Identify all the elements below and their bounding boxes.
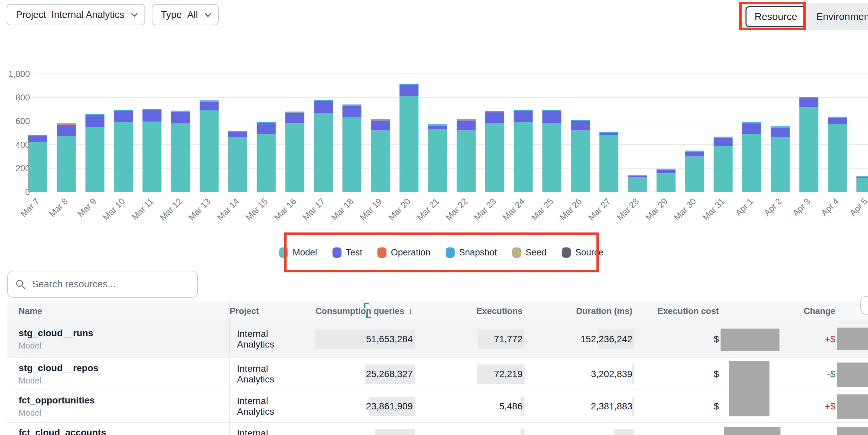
legend-label: Model — [292, 247, 317, 258]
resource-type: Model — [19, 408, 41, 418]
legend-item-seed[interactable]: Seed — [512, 247, 547, 258]
svg-text:Mar 12: Mar 12 — [158, 196, 184, 222]
svg-text:200: 200 — [16, 163, 30, 173]
duration-cell: 87,792,551 — [526, 423, 636, 435]
column-header-duration[interactable]: Duration (ms) — [526, 301, 636, 321]
duration-cell: 3,202,839 — [526, 358, 636, 390]
resources-table: Name Project Consumption queries ↓ Execu… — [7, 301, 868, 435]
duration-cell: 152,236,242 — [526, 321, 636, 358]
svg-text:Mar 30: Mar 30 — [672, 196, 698, 222]
svg-text:Mar 21: Mar 21 — [415, 196, 441, 222]
legend-item-test[interactable]: Test — [333, 247, 363, 258]
svg-text:1,000: 1,000 — [8, 69, 30, 79]
text-cursor-artifact — [366, 316, 371, 318]
svg-text:600: 600 — [16, 116, 30, 126]
svg-text:Mar 27: Mar 27 — [586, 196, 612, 222]
svg-text:Apr 3: Apr 3 — [790, 196, 812, 218]
svg-text:Apr 4: Apr 4 — [819, 196, 841, 218]
svg-text:Mar 14: Mar 14 — [215, 196, 241, 222]
legend-swatch — [333, 247, 341, 258]
svg-text:Mar 22: Mar 22 — [443, 196, 469, 222]
name-cell: stg_cloud__reposModel — [7, 358, 230, 390]
svg-text:Mar 13: Mar 13 — [186, 196, 212, 222]
legend-item-model[interactable]: Model — [279, 247, 317, 258]
scrollbar-thumb[interactable] — [860, 296, 868, 314]
svg-text:Mar 11: Mar 11 — [130, 196, 155, 222]
redacted-value — [724, 427, 780, 435]
svg-text:400: 400 — [16, 140, 30, 149]
legend-swatch — [279, 247, 288, 258]
svg-text:Mar 23: Mar 23 — [472, 196, 498, 222]
resource-name: stg_cloud__runs — [19, 328, 93, 339]
svg-text:Mar 26: Mar 26 — [558, 196, 584, 222]
svg-text:Mar 31: Mar 31 — [701, 196, 726, 222]
legend-item-source[interactable]: Source — [562, 247, 604, 258]
svg-text:Mar 20: Mar 20 — [386, 196, 412, 222]
svg-text:Mar 29: Mar 29 — [643, 196, 669, 222]
search-input[interactable] — [32, 279, 190, 290]
project-cell: Internal Analytics — [230, 423, 303, 435]
svg-text:Mar 17: Mar 17 — [301, 196, 327, 222]
svg-text:Apr 5: Apr 5 — [848, 196, 868, 218]
column-header-executions[interactable]: Executions — [416, 301, 526, 321]
column-header-execution-cost[interactable]: Execution cost — [636, 301, 746, 321]
sort-descending-icon: ↓ — [408, 306, 413, 316]
legend-swatch — [446, 247, 455, 258]
svg-text:Mar 7: Mar 7 — [19, 196, 41, 219]
search-box[interactable] — [7, 271, 198, 298]
column-header-consumption-queries[interactable]: Consumption queries ↓ — [303, 301, 416, 321]
redacted-value — [729, 361, 770, 416]
svg-text:Apr 1: Apr 1 — [734, 196, 755, 218]
redacted-value — [837, 363, 868, 387]
column-header-change[interactable]: Change — [746, 301, 868, 321]
svg-text:Mar 25: Mar 25 — [529, 196, 555, 222]
legend-item-snapshot[interactable]: Snapshot — [446, 247, 497, 258]
legend-label: Seed — [526, 247, 547, 258]
search-icon — [15, 279, 26, 290]
consumption-queries-cell: 51,653,284 — [303, 321, 416, 358]
legend-swatch — [562, 247, 571, 258]
project-cell: Internal Analytics — [230, 391, 303, 422]
duration-cell: 2,381,883 — [526, 391, 636, 422]
legend-label: Snapshot — [459, 247, 497, 258]
consumption-queries-cell: 23,861,909 — [303, 391, 416, 422]
svg-text:Mar 24: Mar 24 — [501, 196, 527, 222]
project-cell: Internal Analytics — [230, 358, 303, 390]
svg-text:Mar 15: Mar 15 — [244, 196, 270, 222]
resource-type: Model — [19, 341, 41, 350]
chart-legend: ModelTestOperationSnapshotSeedSource — [284, 232, 599, 272]
resource-name: fct_opportunities — [19, 395, 95, 406]
legend-label: Operation — [391, 247, 430, 258]
dashboard-screen: Project Internal Analytics Type All Reso… — [0, 0, 868, 435]
svg-text:Mar 10: Mar 10 — [101, 196, 127, 222]
name-cell: fct_cloud_accountsModel — [7, 423, 230, 435]
legend-label: Source — [575, 247, 604, 258]
redacted-value — [837, 427, 868, 435]
svg-text:800: 800 — [16, 93, 30, 102]
redacted-value — [837, 394, 868, 419]
legend-item-operation[interactable]: Operation — [377, 247, 430, 258]
column-header-project[interactable]: Project — [230, 301, 303, 321]
table-header-row: Name Project Consumption queries ↓ Execu… — [7, 301, 868, 321]
svg-text:Mar 19: Mar 19 — [358, 196, 384, 222]
executions-cell: 1,812 — [416, 423, 526, 435]
text-cursor-artifact — [364, 303, 366, 308]
executions-cell: 72,219 — [416, 358, 526, 390]
svg-text:Mar 9: Mar 9 — [75, 196, 98, 219]
resource-type: Model — [19, 376, 41, 386]
resource-name: stg_cloud__repos — [19, 363, 98, 373]
executions-cell: 5,486 — [416, 391, 526, 422]
svg-text:Mar 28: Mar 28 — [615, 196, 641, 222]
consumption-queries-cell: 25,268,327 — [303, 358, 416, 390]
executions-cell: 71,772 — [416, 321, 526, 358]
resource-usage-stacked-bar-chart: 02004006008001,000Mar 7Mar 8Mar 9Mar 10M… — [0, 0, 868, 233]
svg-text:Mar 16: Mar 16 — [272, 196, 298, 222]
consumption-queries-cell: 17,118,224 — [303, 423, 416, 435]
legend-swatch — [512, 247, 521, 258]
svg-text:Mar 18: Mar 18 — [329, 196, 355, 222]
redacted-value — [720, 329, 779, 351]
column-header-name[interactable]: Name — [7, 301, 230, 321]
legend-label: Test — [346, 247, 363, 258]
redacted-value — [837, 328, 868, 350]
project-cell: Internal Analytics — [230, 321, 303, 358]
